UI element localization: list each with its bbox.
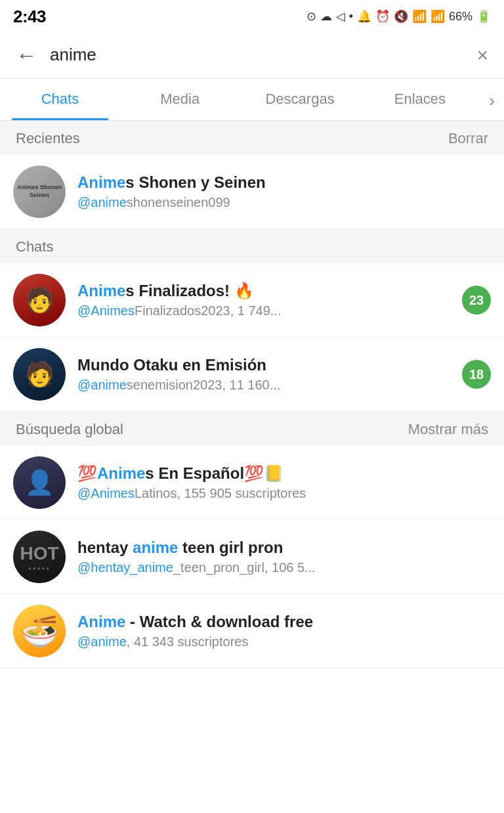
chat-name: Anime - Watch & download free bbox=[77, 613, 491, 631]
borrar-button[interactable]: Borrar bbox=[448, 130, 488, 147]
signal-icon: 📶 bbox=[430, 9, 445, 24]
avatar: 🍜 bbox=[13, 605, 66, 657]
status-bar: 2:43 ⊙ ☁ ◁ • 🔔 ⏰ 🔇 📶 📶 66% 🔋 bbox=[0, 0, 504, 32]
avatar: 🧑 bbox=[13, 274, 66, 326]
avatar: HOT ●●●●● bbox=[13, 531, 66, 583]
chats-section-header: Chats bbox=[0, 229, 504, 263]
chat-content: hentay anime teen girl pron @hentay_anim… bbox=[77, 538, 491, 575]
chats-section-title: Chats bbox=[16, 238, 53, 255]
chat-sub: @anime, 41 343 suscriptores bbox=[77, 634, 491, 649]
chat-name: Animes Finalizados! 🔥 bbox=[77, 282, 454, 300]
alarm-icon: ⏰ bbox=[375, 9, 390, 24]
tab-enlaces[interactable]: Enlaces bbox=[360, 79, 480, 120]
avatar: Animes Shonen Seinen bbox=[13, 165, 66, 218]
chat-name: 💯Animes En Español💯📒 bbox=[77, 464, 491, 483]
avatar: 👤 bbox=[13, 456, 66, 509]
list-item[interactable]: HOT ●●●●● hentay anime teen girl pron @h… bbox=[0, 520, 504, 594]
chat-content: Animes Finalizados! 🔥 @AnimesFinalizados… bbox=[77, 282, 454, 319]
cloud-icon: ☁ bbox=[320, 9, 332, 24]
chat-name: Mundo Otaku en Emisión bbox=[77, 356, 454, 374]
avatar: 🧑 bbox=[13, 348, 66, 401]
list-item[interactable]: 🧑 Animes Finalizados! 🔥 @AnimesFinalizad… bbox=[0, 263, 504, 338]
recientes-header: Recientes Borrar bbox=[0, 121, 504, 155]
list-item[interactable]: 🧑 Mundo Otaku en Emisión @animesenemisio… bbox=[0, 338, 504, 412]
chat-content: Anime - Watch & download free @anime, 41… bbox=[77, 613, 491, 649]
status-time: 2:43 bbox=[13, 7, 46, 27]
list-item[interactable]: 👤 💯Animes En Español💯📒 @AnimesLatinos, 1… bbox=[0, 446, 504, 520]
unread-badge: 23 bbox=[462, 286, 491, 315]
camera-icon: ⊙ bbox=[306, 9, 316, 24]
wifi-icon: 📶 bbox=[412, 9, 427, 24]
mostrar-mas-button[interactable]: Mostrar más bbox=[408, 421, 488, 438]
back-button[interactable]: ← bbox=[13, 42, 39, 68]
chat-name: Animes Shonen y Seinen bbox=[77, 173, 491, 192]
list-item[interactable]: 🍜 Anime - Watch & download free @anime, … bbox=[0, 594, 504, 669]
search-input[interactable] bbox=[50, 45, 463, 65]
chat-sub: @AnimesLatinos, 155 905 suscriptores bbox=[77, 486, 491, 501]
clear-button[interactable]: × bbox=[474, 41, 491, 69]
tab-chats[interactable]: Chats bbox=[0, 79, 120, 120]
chat-name: hentay anime teen girl pron bbox=[77, 538, 491, 557]
unread-badge: 18 bbox=[462, 360, 491, 389]
search-input-wrapper bbox=[50, 45, 463, 65]
tabs-container: Chats Media Descargas Enlaces › bbox=[0, 79, 504, 121]
status-icons: ⊙ ☁ ◁ • 🔔 ⏰ 🔇 📶 📶 66% 🔋 bbox=[306, 9, 491, 24]
chat-content: Animes Shonen y Seinen @animeshonenseine… bbox=[77, 173, 491, 210]
chat-sub: @hentay_anime_teen_pron_girl, 106 5... bbox=[77, 560, 491, 575]
chat-sub: @animeshonenseinen099 bbox=[77, 195, 491, 210]
bell-icon: 🔔 bbox=[357, 9, 371, 24]
search-bar: ← × bbox=[0, 32, 504, 79]
tab-media[interactable]: Media bbox=[120, 79, 240, 120]
chat-sub: @AnimesFinalizados2023, 1 749... bbox=[77, 303, 454, 319]
send-icon: ◁ bbox=[336, 9, 345, 24]
tab-more-icon[interactable]: › bbox=[480, 79, 504, 120]
list-item[interactable]: Animes Shonen Seinen Animes Shonen y Sei… bbox=[0, 155, 504, 229]
global-search-title: Búsqueda global bbox=[16, 421, 123, 438]
chat-content: Mundo Otaku en Emisión @animesenemision2… bbox=[77, 356, 454, 393]
recientes-title: Recientes bbox=[16, 130, 80, 147]
chat-content: 💯Animes En Español💯📒 @AnimesLatinos, 155… bbox=[77, 464, 491, 501]
battery-icon: 🔋 bbox=[476, 9, 491, 24]
tab-descargas[interactable]: Descargas bbox=[240, 79, 360, 120]
chat-sub: @animesenemision2023, 11 160... bbox=[77, 378, 454, 393]
dot-icon: • bbox=[349, 10, 353, 24]
battery-level: 66% bbox=[449, 10, 472, 24]
global-search-header: Búsqueda global Mostrar más bbox=[0, 412, 504, 446]
mute-icon: 🔇 bbox=[394, 9, 408, 24]
